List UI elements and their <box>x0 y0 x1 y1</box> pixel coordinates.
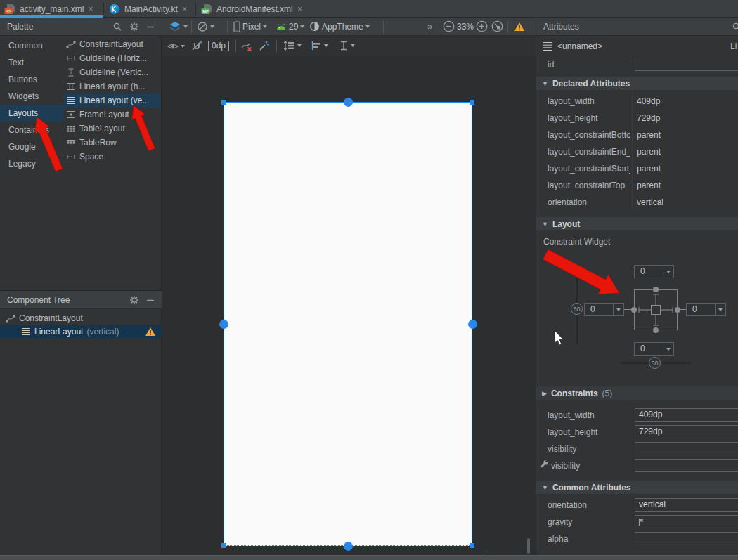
view-options-button[interactable] <box>167 42 185 51</box>
warning-icon[interactable] <box>514 22 525 32</box>
margin-value: 0 <box>635 343 663 355</box>
gravity-field[interactable] <box>635 515 738 528</box>
layout-height-combo[interactable]: 729dp <box>635 425 738 438</box>
section-constraints[interactable]: ▶ Constraints (5) <box>536 386 738 401</box>
pack-button[interactable] <box>283 40 302 51</box>
constraint-anchor-bottom[interactable] <box>344 542 353 551</box>
design-canvas[interactable] <box>162 56 536 555</box>
palette-item-guideline-horizontal[interactable]: Guideline (Horiz... <box>63 51 161 65</box>
magnet-off-icon <box>191 40 202 51</box>
id-input[interactable] <box>635 58 738 71</box>
design-toolbar: Pixel 29 AppTheme » 33% <box>162 18 536 36</box>
orientation-button[interactable] <box>197 21 214 32</box>
align-button[interactable] <box>311 41 328 51</box>
tab-androidmanifest-xml[interactable]: MF AndroidManifest.xml × <box>197 0 304 18</box>
section-declared-attributes[interactable]: ▼ Declared Attributes <box>536 76 738 91</box>
search-icon[interactable] <box>732 22 738 32</box>
search-icon[interactable] <box>112 22 122 32</box>
resize-handle-top-left[interactable] <box>221 100 226 105</box>
clear-constraints-button[interactable] <box>240 41 253 52</box>
tab-mainactivity-kt[interactable]: MainActivity.kt × <box>105 0 195 18</box>
attr-value[interactable]: vertical <box>637 197 663 207</box>
vertical-bias-value[interactable]: 50 <box>571 303 583 315</box>
close-icon[interactable]: × <box>88 4 93 13</box>
tree-item-constraintlayout[interactable]: ConstraintLayout <box>0 311 162 325</box>
attr-value[interactable]: parent <box>637 181 661 190</box>
constraint-anchor-top[interactable] <box>344 98 353 107</box>
orientation-combo[interactable]: vertical <box>635 498 738 512</box>
palette-item-tablerow[interactable]: TableRow <box>63 136 161 150</box>
palette-item-linearlayout-horizontal[interactable]: LinearLayout (h... <box>63 79 161 93</box>
margin-right-combo[interactable]: 0 <box>686 303 726 316</box>
api-level-selector[interactable]: 29 <box>276 22 304 32</box>
palette-category-common[interactable]: Common <box>0 37 63 54</box>
toolbar-overflow-button[interactable]: » <box>427 21 432 32</box>
tree-item-linearlayout-vertical[interactable]: LinearLayout (vertical) <box>0 325 162 338</box>
warning-icon[interactable] <box>145 327 156 337</box>
palette-category-buttons[interactable]: Buttons <box>0 71 63 88</box>
constraint-anchor-left[interactable] <box>219 320 228 329</box>
close-icon[interactable]: × <box>182 4 188 13</box>
layout-width-combo[interactable]: 409dp <box>635 408 738 422</box>
attr-value[interactable]: parent <box>637 147 661 157</box>
visibility-combo[interactable] <box>635 442 738 455</box>
zoom-out-button[interactable] <box>443 20 455 32</box>
zoom-in-button[interactable] <box>476 20 488 32</box>
margin-left-combo[interactable]: 0 <box>584 303 624 316</box>
constraint-anchor-top[interactable] <box>653 287 659 292</box>
gear-icon[interactable] <box>129 22 139 32</box>
selected-component-row[interactable]: <unnamed> Li <box>536 37 738 56</box>
palette-item-guideline-vertical[interactable]: Guideline (Vertic... <box>63 65 161 79</box>
design-mode-button[interactable] <box>169 21 188 32</box>
theme-selector[interactable]: AppTheme <box>309 21 370 32</box>
palette-item-space[interactable]: Space <box>63 150 161 164</box>
margin-top-combo[interactable]: 0 <box>634 265 674 278</box>
constraint-anchor-bottom[interactable] <box>653 327 659 333</box>
default-margin-field[interactable]: 0dp <box>208 41 229 51</box>
minimize-icon[interactable] <box>146 295 155 305</box>
resize-handle-bottom-left[interactable] <box>221 543 226 548</box>
device-label: Pixel <box>242 22 261 32</box>
palette-category-legacy[interactable]: Legacy <box>0 155 63 172</box>
palette-category-google[interactable]: Google <box>0 138 63 155</box>
attr-value[interactable]: parent <box>637 164 661 174</box>
linearlayout-preview[interactable] <box>224 102 472 546</box>
section-title: Declared Attributes <box>552 79 630 89</box>
minimize-icon[interactable] <box>146 22 155 32</box>
palette-category-widgets[interactable]: Widgets <box>0 88 63 105</box>
palette-item-label: TableRow <box>79 138 117 148</box>
alpha-field[interactable] <box>635 532 738 545</box>
palette-item-constraintlayout[interactable]: ConstraintLayout <box>63 37 161 51</box>
constraint-anchor-left[interactable] <box>631 307 637 313</box>
flag-icon[interactable] <box>638 518 645 526</box>
device-selector[interactable]: Pixel <box>233 21 267 32</box>
attr-value[interactable]: 729dp <box>637 113 660 123</box>
palette-item-linearlayout-vertical[interactable]: LinearLayout (ve... <box>63 93 161 108</box>
zoom-to-fit-button[interactable] <box>491 20 503 32</box>
constraint-anchor-right[interactable] <box>468 320 477 329</box>
section-common-attributes[interactable]: ▼ Common Attributes <box>536 480 738 495</box>
attr-value[interactable]: parent <box>637 130 661 140</box>
palette-category-text[interactable]: Text <box>0 54 63 71</box>
resize-handle-top-right[interactable] <box>470 100 474 105</box>
scrollbar-thumb[interactable] <box>527 538 530 554</box>
resize-handle-bottom-right[interactable] <box>470 543 474 548</box>
palette-category-layouts[interactable]: Layouts <box>0 105 63 122</box>
palette-category-containers[interactable]: Containers <box>0 122 63 138</box>
toolbar-separator <box>235 40 236 52</box>
horizontal-bias-value[interactable]: 50 <box>649 357 661 369</box>
close-icon[interactable]: × <box>297 4 303 13</box>
gear-icon[interactable] <box>129 295 139 305</box>
tools-visibility-combo[interactable] <box>635 459 738 472</box>
constraint-anchor-right[interactable] <box>675 307 680 313</box>
attr-value[interactable]: 409dp <box>637 96 660 106</box>
section-layout[interactable]: ▼ Layout <box>536 216 738 231</box>
palette-item-tablelayout[interactable]: TableLayout <box>63 122 161 136</box>
infer-constraints-button[interactable] <box>259 40 270 51</box>
autoconnect-off-button[interactable] <box>191 40 202 51</box>
guidelines-button[interactable] <box>339 41 355 51</box>
margin-bottom-combo[interactable]: 0 <box>634 342 674 356</box>
chevron-down-icon <box>297 44 302 47</box>
palette-item-framelayout[interactable]: FrameLayout <box>63 108 161 122</box>
constraint-widget-box[interactable] <box>634 289 678 330</box>
